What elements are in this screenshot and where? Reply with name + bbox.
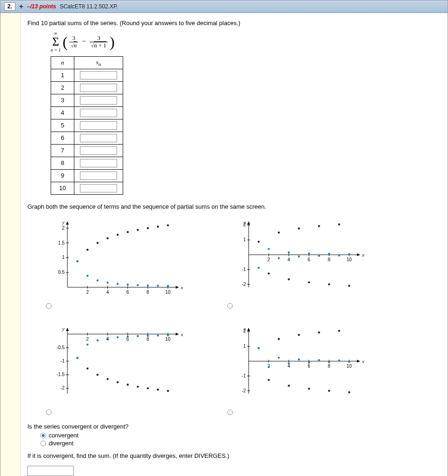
svg-point-81 xyxy=(288,251,290,253)
svg-point-38 xyxy=(117,283,119,284)
points-label: –/13 points xyxy=(27,3,56,10)
question-header: 2. ✚ –/13 points SCalcET8 11.2.502.XP. xyxy=(0,0,448,13)
graph-3-svg: yx246810-2-1.5-1-0.5 xyxy=(46,320,185,409)
svg-text:10: 10 xyxy=(347,257,352,262)
svg-point-122 xyxy=(76,357,78,358)
svg-text:y: y xyxy=(62,219,65,225)
sum-prompt: If it is convergent, find the sum. (If t… xyxy=(27,452,441,459)
partial-sums-table: n sn 12345678910 xyxy=(51,56,123,195)
svg-point-113 xyxy=(86,367,88,369)
svg-point-85 xyxy=(328,252,330,254)
graph-4-svg: yx246810-2-112 xyxy=(227,320,367,409)
radio-graph-2[interactable] xyxy=(227,303,233,309)
svg-text:2: 2 xyxy=(62,225,65,230)
radio-graph-4[interactable] xyxy=(227,410,233,415)
graph-prompt: Graph both the sequence of terms and the… xyxy=(27,203,441,210)
sn-input-10[interactable] xyxy=(80,184,117,192)
svg-text:x: x xyxy=(362,252,364,258)
svg-point-72 xyxy=(298,227,300,229)
sn-input-1[interactable] xyxy=(80,71,117,79)
svg-point-37 xyxy=(106,281,108,283)
svg-point-43 xyxy=(167,285,169,287)
sum-input[interactable] xyxy=(27,466,74,476)
expand-icon[interactable]: ✚ xyxy=(19,4,23,10)
table-row-n: 7 xyxy=(51,144,74,157)
svg-text:x: x xyxy=(180,284,183,290)
graph-option-4[interactable]: yx246810-2-112 xyxy=(227,320,390,416)
left-gutter xyxy=(0,13,21,476)
graph-option-2[interactable]: yx246810-2-112 xyxy=(227,214,390,309)
sn-input-5[interactable] xyxy=(80,121,117,130)
svg-marker-3 xyxy=(176,286,179,289)
svg-point-170 xyxy=(298,358,300,360)
svg-point-39 xyxy=(127,284,129,285)
svg-point-69 xyxy=(268,272,270,274)
svg-point-77 xyxy=(348,284,350,286)
question-body: Find 10 partial sums of the series. (Rou… xyxy=(21,13,448,476)
svg-point-168 xyxy=(278,357,280,358)
table-row-n: 6 xyxy=(51,132,74,144)
svg-text:8: 8 xyxy=(328,364,330,369)
radio-convergent[interactable] xyxy=(40,433,46,438)
svg-point-129 xyxy=(147,335,149,337)
svg-text:2: 2 xyxy=(243,329,246,334)
sn-input-9[interactable] xyxy=(80,172,117,180)
svg-point-171 xyxy=(308,361,310,363)
graph-option-1[interactable]: yx2468100.511.52 xyxy=(46,214,209,309)
svg-point-163 xyxy=(328,390,330,391)
svg-point-126 xyxy=(117,336,119,338)
svg-point-79 xyxy=(268,248,270,250)
table-row-n: 3 xyxy=(51,94,74,106)
sn-input-6[interactable] xyxy=(80,134,117,142)
svg-point-70 xyxy=(278,231,280,233)
svg-text:2: 2 xyxy=(267,257,270,262)
sn-input-2[interactable] xyxy=(80,84,117,92)
svg-text:-0.5: -0.5 xyxy=(57,344,65,350)
svg-point-164 xyxy=(338,330,340,331)
svg-point-175 xyxy=(348,361,350,363)
svg-text:x: x xyxy=(362,358,364,364)
table-row-n: 8 xyxy=(51,157,74,169)
radio-graph-3[interactable] xyxy=(46,410,52,415)
question-number: 2. xyxy=(4,2,15,11)
svg-point-131 xyxy=(167,334,169,336)
svg-point-119 xyxy=(147,387,149,389)
svg-point-87 xyxy=(348,253,350,255)
table-row-n: 10 xyxy=(51,182,74,194)
svg-point-36 xyxy=(97,279,99,281)
svg-point-26 xyxy=(97,242,99,244)
radio-divergent[interactable] xyxy=(40,441,46,446)
graph-options: yx2468100.511.52 yx246810-2-112 yx246810… xyxy=(46,214,390,416)
svg-point-165 xyxy=(348,391,350,393)
svg-point-83 xyxy=(308,252,310,254)
sn-input-3[interactable] xyxy=(80,96,117,105)
svg-point-84 xyxy=(318,255,320,257)
svg-text:6: 6 xyxy=(126,290,129,295)
svg-point-124 xyxy=(97,339,99,341)
reference-label: SCalcET8 11.2.502.XP. xyxy=(60,3,118,10)
svg-text:1: 1 xyxy=(62,255,65,260)
svg-point-78 xyxy=(257,266,259,268)
table-row-n: 2 xyxy=(51,81,74,94)
svg-point-115 xyxy=(106,378,108,380)
svg-marker-47 xyxy=(357,253,360,256)
graph-option-3[interactable]: yx246810-2-1.5-1-0.5 xyxy=(46,320,209,416)
svg-text:6: 6 xyxy=(308,257,310,262)
svg-point-125 xyxy=(106,337,108,339)
svg-text:-1: -1 xyxy=(242,266,246,271)
svg-point-117 xyxy=(127,383,129,385)
svg-text:8: 8 xyxy=(146,336,149,341)
sn-input-8[interactable] xyxy=(80,159,117,167)
sn-input-7[interactable] xyxy=(80,146,117,155)
choice-divergent: divergent xyxy=(49,440,73,447)
col-n-header: n xyxy=(51,57,74,69)
radio-graph-1[interactable] xyxy=(46,303,52,309)
svg-text:2: 2 xyxy=(243,222,246,227)
svg-point-40 xyxy=(137,284,138,286)
table-row-n: 5 xyxy=(51,119,74,132)
sn-input-4[interactable] xyxy=(80,109,117,117)
svg-point-161 xyxy=(308,388,310,390)
svg-point-160 xyxy=(298,334,300,336)
svg-point-82 xyxy=(298,255,300,257)
svg-marker-135 xyxy=(357,360,360,363)
